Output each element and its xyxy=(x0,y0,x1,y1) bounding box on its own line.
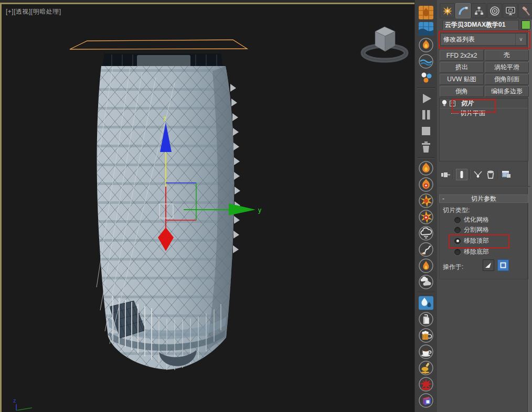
stack-item-label[interactable]: 切片 xyxy=(457,99,473,108)
fire-fuel-button[interactable] xyxy=(418,177,434,192)
modifier-button-edit-poly[interactable]: 编辑多边形 xyxy=(485,86,529,97)
explosion-fuel-button[interactable] xyxy=(418,209,434,225)
object-color-swatch[interactable] xyxy=(522,20,530,29)
stack-subitem-label[interactable]: 切片平面 xyxy=(460,109,485,118)
play-button[interactable] xyxy=(418,91,434,106)
toolbar-separator xyxy=(417,292,435,293)
radio-icon[interactable] xyxy=(454,249,461,255)
tab-display[interactable] xyxy=(503,3,518,18)
fire-simulator-button[interactable] xyxy=(418,5,434,20)
stack-item-slice-plane[interactable]: 切片平面 xyxy=(440,109,528,118)
modifier-button-bevel[interactable]: 倒角 xyxy=(440,86,484,97)
tab-hierarchy[interactable] xyxy=(471,3,486,18)
phoenix-toolbar xyxy=(414,0,437,412)
honey-button[interactable] xyxy=(418,360,434,376)
slice-plane-gizmo[interactable] xyxy=(70,40,247,49)
show-end-result-icon xyxy=(457,170,466,179)
particles-preset-button[interactable] xyxy=(418,70,434,85)
radio-icon[interactable] xyxy=(454,217,461,223)
milk-icon xyxy=(418,311,434,327)
milk-button[interactable] xyxy=(418,311,434,327)
panel-divider xyxy=(438,186,530,187)
ocean-preset-icon xyxy=(418,53,434,69)
ocean-preset-button[interactable] xyxy=(418,53,434,69)
perspective-viewport[interactable]: [+][透视][明暗处理] xyxy=(0,3,414,412)
toolbar-separator xyxy=(453,170,454,179)
toolbar-separator xyxy=(417,88,435,89)
make-unique-button[interactable] xyxy=(473,169,483,180)
radio-split-mesh[interactable]: 分割网格 xyxy=(454,225,489,234)
rollout-title: 切片参数 xyxy=(447,194,520,203)
radio-refine-mesh[interactable]: 优化网格 xyxy=(454,215,489,224)
object-name-row: 云学贝3DMAX教学01 xyxy=(442,20,530,30)
modifier-button-uvw-map[interactable]: UVW 贴图 xyxy=(440,74,484,85)
operate-on-volume-button[interactable] xyxy=(497,259,509,271)
cigarette-smoke-button[interactable] xyxy=(418,242,434,257)
object-name-field[interactable]: 云学贝3DMAX教学01 xyxy=(442,20,519,30)
remove-modifier-button[interactable] xyxy=(485,169,496,180)
building-model[interactable] xyxy=(97,53,240,370)
beer-button[interactable] xyxy=(418,328,434,343)
modify-icon xyxy=(458,6,469,16)
cigarette-smoke-icon xyxy=(418,242,434,257)
fire-fuel-icon xyxy=(418,177,434,192)
tab-motion[interactable] xyxy=(487,3,502,18)
stop-icon xyxy=(418,123,434,139)
paint-splash-button[interactable] xyxy=(418,376,434,392)
utilities-icon xyxy=(521,6,531,16)
pause-icon xyxy=(418,107,434,123)
operate-on-label: 操作于: xyxy=(443,263,463,272)
clouds-button[interactable] xyxy=(418,274,434,290)
modifier-button-bevel-profile[interactable]: 倒角剖面 xyxy=(485,74,529,85)
water-drops-button[interactable] xyxy=(418,295,434,311)
rollout-collapse-icon[interactable]: - xyxy=(440,195,447,202)
radio-icon[interactable] xyxy=(454,227,461,233)
explosion-button[interactable] xyxy=(418,193,434,209)
toolbar-separator xyxy=(498,170,499,179)
modifier-quick-buttons: FFD 2x2x2 壳 挤出 涡轮平滑 UVW 贴图 倒角剖面 倒角 编辑多边形 xyxy=(440,50,529,97)
radio-label: 优化网格 xyxy=(464,215,489,224)
modifier-button-turbosmooth[interactable]: 涡轮平滑 xyxy=(485,62,529,73)
hierarchy-icon xyxy=(474,6,484,16)
configure-modifier-sets-button[interactable] xyxy=(501,169,512,180)
remove-modifier-icon xyxy=(485,169,496,180)
ice-cube-button[interactable] xyxy=(418,393,434,408)
toolbar-separator xyxy=(470,170,471,179)
tab-modify[interactable] xyxy=(455,3,471,18)
fire-preset-icon xyxy=(418,37,434,53)
toolbar-separator xyxy=(417,157,435,158)
modifier-button-ffd2x2x2[interactable]: FFD 2x2x2 xyxy=(440,50,484,61)
stack-item-slice[interactable]: 切片 xyxy=(440,99,528,109)
radio-remove-top[interactable]: 移除顶部 xyxy=(454,236,489,245)
viewcube[interactable] xyxy=(363,27,406,60)
fire-burn-button[interactable] xyxy=(418,160,434,176)
liquid-simulator-icon xyxy=(418,21,434,36)
modifier-button-shell[interactable]: 壳 xyxy=(485,50,529,61)
coffee-button[interactable] xyxy=(418,344,434,360)
show-end-result-button[interactable] xyxy=(456,169,467,180)
radio-remove-bottom[interactable]: 移除底部 xyxy=(454,247,489,256)
collapse-icon[interactable] xyxy=(450,101,455,106)
slice-parameters-rollout-header[interactable]: - 切片参数 xyxy=(439,194,528,203)
honey-icon xyxy=(418,360,434,376)
lightbulb-icon[interactable] xyxy=(441,100,448,107)
tab-create[interactable] xyxy=(440,3,455,18)
radio-icon-selected[interactable] xyxy=(454,238,461,244)
pause-button[interactable] xyxy=(418,107,434,123)
slice-parameters-rollout-body: 切片类型: 优化网格 分割网格 移除顶部 移除底部 操作于: xyxy=(439,203,528,279)
pin-stack-button[interactable] xyxy=(440,169,451,180)
modifier-button-extrude[interactable]: 挤出 xyxy=(440,62,484,73)
trash-icon xyxy=(418,139,434,155)
world-axis-tripod: z xyxy=(13,397,32,410)
operate-on-face-button[interactable] xyxy=(483,259,494,271)
candle-flame-button[interactable] xyxy=(418,258,434,274)
smoke-puff-button[interactable] xyxy=(418,225,434,241)
liquid-simulator-button[interactable] xyxy=(418,21,434,37)
gizmo-z-label: z xyxy=(163,115,166,122)
stop-button[interactable] xyxy=(418,123,434,139)
tab-utilities[interactable] xyxy=(518,3,532,18)
modifier-list-dropdown[interactable]: 修改器列表 ˅ xyxy=(440,33,527,46)
fire-preset-button[interactable] xyxy=(418,37,434,53)
delete-button[interactable] xyxy=(418,139,434,155)
viewport-label[interactable]: [+][透视][明暗处理] xyxy=(6,7,61,16)
